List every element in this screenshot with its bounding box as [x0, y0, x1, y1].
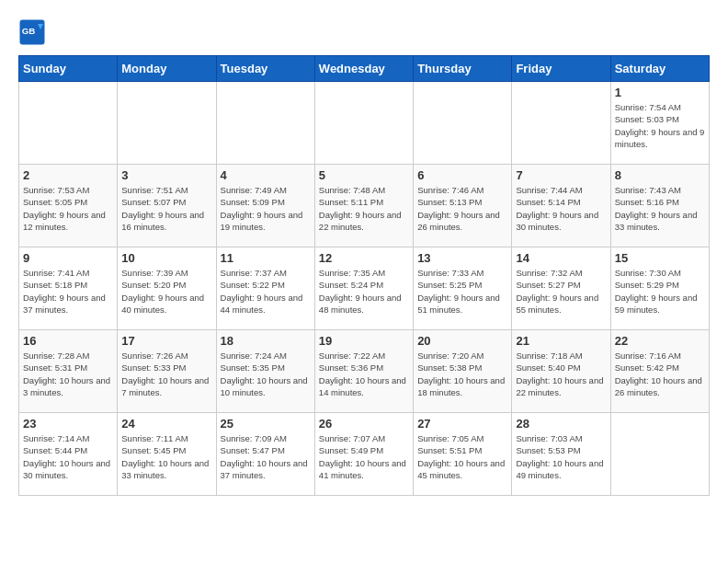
day-info: Sunrise: 7:30 AM Sunset: 5:29 PM Dayligh… — [615, 267, 705, 316]
day-info: Sunrise: 7:35 AM Sunset: 5:24 PM Dayligh… — [319, 267, 409, 316]
day-info: Sunrise: 7:39 AM Sunset: 5:20 PM Dayligh… — [121, 267, 211, 316]
weekday-header: Wednesday — [314, 56, 413, 82]
day-number: 7 — [516, 168, 606, 182]
logo: GB — [18, 18, 50, 46]
calendar-day-cell: 15Sunrise: 7:30 AM Sunset: 5:29 PM Dayli… — [610, 247, 709, 330]
day-number: 2 — [23, 168, 113, 182]
day-info: Sunrise: 7:26 AM Sunset: 5:33 PM Dayligh… — [121, 350, 211, 398]
calendar-day-cell: 16Sunrise: 7:28 AM Sunset: 5:31 PM Dayli… — [19, 330, 118, 413]
day-info: Sunrise: 7:16 AM Sunset: 5:42 PM Dayligh… — [615, 350, 705, 398]
weekday-header: Monday — [118, 56, 216, 82]
day-number: 8 — [615, 168, 705, 182]
day-info: Sunrise: 7:41 AM Sunset: 5:18 PM Dayligh… — [23, 267, 113, 316]
day-info: Sunrise: 7:44 AM Sunset: 5:14 PM Dayligh… — [516, 184, 606, 233]
calendar-day-cell: 27Sunrise: 7:05 AM Sunset: 5:51 PM Dayli… — [414, 413, 512, 496]
day-info: Sunrise: 7:43 AM Sunset: 5:16 PM Dayligh… — [615, 184, 705, 233]
calendar-day-cell: 19Sunrise: 7:22 AM Sunset: 5:36 PM Dayli… — [314, 330, 413, 413]
day-info: Sunrise: 7:05 AM Sunset: 5:51 PM Dayligh… — [417, 432, 507, 481]
day-number: 23 — [23, 417, 113, 431]
day-number: 16 — [23, 334, 113, 348]
day-number: 22 — [615, 334, 705, 348]
day-info: Sunrise: 7:33 AM Sunset: 5:25 PM Dayligh… — [417, 267, 507, 316]
svg-text:GB: GB — [22, 26, 36, 36]
calendar-day-cell — [314, 82, 413, 165]
day-info: Sunrise: 7:11 AM Sunset: 5:45 PM Dayligh… — [121, 432, 211, 481]
day-number: 4 — [221, 168, 311, 182]
calendar-day-cell: 4Sunrise: 7:49 AM Sunset: 5:09 PM Daylig… — [216, 165, 314, 247]
calendar-day-cell — [414, 82, 512, 165]
day-number: 27 — [417, 417, 507, 431]
day-number: 3 — [121, 168, 211, 182]
calendar-header: SundayMondayTuesdayWednesdayThursdayFrid… — [19, 56, 710, 82]
day-number: 1 — [615, 86, 705, 99]
calendar-day-cell: 21Sunrise: 7:18 AM Sunset: 5:40 PM Dayli… — [512, 330, 610, 413]
calendar-day-cell: 6Sunrise: 7:46 AM Sunset: 5:13 PM Daylig… — [414, 165, 512, 247]
day-number: 5 — [319, 168, 409, 182]
day-info: Sunrise: 7:09 AM Sunset: 5:47 PM Dayligh… — [221, 432, 311, 481]
calendar-day-cell: 23Sunrise: 7:14 AM Sunset: 5:44 PM Dayli… — [19, 413, 118, 496]
day-info: Sunrise: 7:51 AM Sunset: 5:07 PM Dayligh… — [121, 184, 211, 233]
calendar-week-row: 2Sunrise: 7:53 AM Sunset: 5:05 PM Daylig… — [19, 165, 710, 247]
calendar-day-cell: 12Sunrise: 7:35 AM Sunset: 5:24 PM Dayli… — [314, 247, 413, 330]
day-info: Sunrise: 7:22 AM Sunset: 5:36 PM Dayligh… — [319, 350, 409, 398]
page-header: GB — [18, 18, 710, 46]
calendar-day-cell: 5Sunrise: 7:48 AM Sunset: 5:11 PM Daylig… — [314, 165, 413, 247]
day-number: 14 — [516, 251, 606, 265]
calendar-day-cell: 20Sunrise: 7:20 AM Sunset: 5:38 PM Dayli… — [414, 330, 512, 413]
day-number: 20 — [417, 334, 507, 348]
day-info: Sunrise: 7:18 AM Sunset: 5:40 PM Dayligh… — [516, 350, 606, 398]
calendar-table: SundayMondayTuesdayWednesdayThursdayFrid… — [18, 55, 710, 496]
calendar-day-cell — [610, 413, 709, 496]
day-number: 19 — [319, 334, 409, 348]
day-number: 25 — [221, 417, 311, 431]
day-info: Sunrise: 7:54 AM Sunset: 5:03 PM Dayligh… — [615, 101, 705, 150]
day-number: 11 — [221, 251, 311, 265]
calendar-day-cell: 18Sunrise: 7:24 AM Sunset: 5:35 PM Dayli… — [216, 330, 314, 413]
weekday-header: Friday — [512, 56, 610, 82]
weekday-header: Tuesday — [216, 56, 314, 82]
calendar-day-cell: 25Sunrise: 7:09 AM Sunset: 5:47 PM Dayli… — [216, 413, 314, 496]
calendar-day-cell — [19, 82, 118, 165]
calendar-day-cell: 7Sunrise: 7:44 AM Sunset: 5:14 PM Daylig… — [512, 165, 610, 247]
day-number: 9 — [23, 251, 113, 265]
day-info: Sunrise: 7:20 AM Sunset: 5:38 PM Dayligh… — [417, 350, 507, 398]
calendar-day-cell: 1Sunrise: 7:54 AM Sunset: 5:03 PM Daylig… — [610, 82, 709, 165]
day-number: 28 — [516, 417, 606, 431]
weekday-header: Saturday — [610, 56, 709, 82]
calendar-day-cell: 24Sunrise: 7:11 AM Sunset: 5:45 PM Dayli… — [118, 413, 216, 496]
day-number: 18 — [221, 334, 311, 348]
calendar-day-cell: 17Sunrise: 7:26 AM Sunset: 5:33 PM Dayli… — [118, 330, 216, 413]
day-number: 24 — [121, 417, 211, 431]
calendar-body: 1Sunrise: 7:54 AM Sunset: 5:03 PM Daylig… — [19, 82, 710, 496]
day-number: 21 — [516, 334, 606, 348]
day-info: Sunrise: 7:37 AM Sunset: 5:22 PM Dayligh… — [221, 267, 311, 316]
day-number: 17 — [121, 334, 211, 348]
calendar-day-cell — [118, 82, 216, 165]
day-info: Sunrise: 7:24 AM Sunset: 5:35 PM Dayligh… — [221, 350, 311, 398]
calendar-week-row: 1Sunrise: 7:54 AM Sunset: 5:03 PM Daylig… — [19, 82, 710, 165]
calendar-day-cell: 14Sunrise: 7:32 AM Sunset: 5:27 PM Dayli… — [512, 247, 610, 330]
day-info: Sunrise: 7:48 AM Sunset: 5:11 PM Dayligh… — [319, 184, 409, 233]
day-info: Sunrise: 7:32 AM Sunset: 5:27 PM Dayligh… — [516, 267, 606, 316]
calendar-week-row: 9Sunrise: 7:41 AM Sunset: 5:18 PM Daylig… — [19, 247, 710, 330]
weekday-header: Thursday — [414, 56, 512, 82]
day-number: 26 — [319, 417, 409, 431]
weekday-header: Sunday — [19, 56, 118, 82]
calendar-day-cell — [216, 82, 314, 165]
day-info: Sunrise: 7:14 AM Sunset: 5:44 PM Dayligh… — [23, 432, 113, 481]
calendar-day-cell: 13Sunrise: 7:33 AM Sunset: 5:25 PM Dayli… — [414, 247, 512, 330]
calendar-week-row: 23Sunrise: 7:14 AM Sunset: 5:44 PM Dayli… — [19, 413, 710, 496]
calendar-day-cell: 26Sunrise: 7:07 AM Sunset: 5:49 PM Dayli… — [314, 413, 413, 496]
calendar-day-cell — [512, 82, 610, 165]
calendar-day-cell: 8Sunrise: 7:43 AM Sunset: 5:16 PM Daylig… — [610, 165, 709, 247]
day-number: 12 — [319, 251, 409, 265]
calendar-day-cell: 22Sunrise: 7:16 AM Sunset: 5:42 PM Dayli… — [610, 330, 709, 413]
day-number: 6 — [417, 168, 507, 182]
day-info: Sunrise: 7:28 AM Sunset: 5:31 PM Dayligh… — [23, 350, 113, 398]
day-info: Sunrise: 7:03 AM Sunset: 5:53 PM Dayligh… — [516, 432, 606, 481]
calendar-day-cell: 11Sunrise: 7:37 AM Sunset: 5:22 PM Dayli… — [216, 247, 314, 330]
calendar-day-cell: 10Sunrise: 7:39 AM Sunset: 5:20 PM Dayli… — [118, 247, 216, 330]
calendar-day-cell: 28Sunrise: 7:03 AM Sunset: 5:53 PM Dayli… — [512, 413, 610, 496]
calendar-day-cell: 3Sunrise: 7:51 AM Sunset: 5:07 PM Daylig… — [118, 165, 216, 247]
logo-icon: GB — [18, 18, 46, 46]
